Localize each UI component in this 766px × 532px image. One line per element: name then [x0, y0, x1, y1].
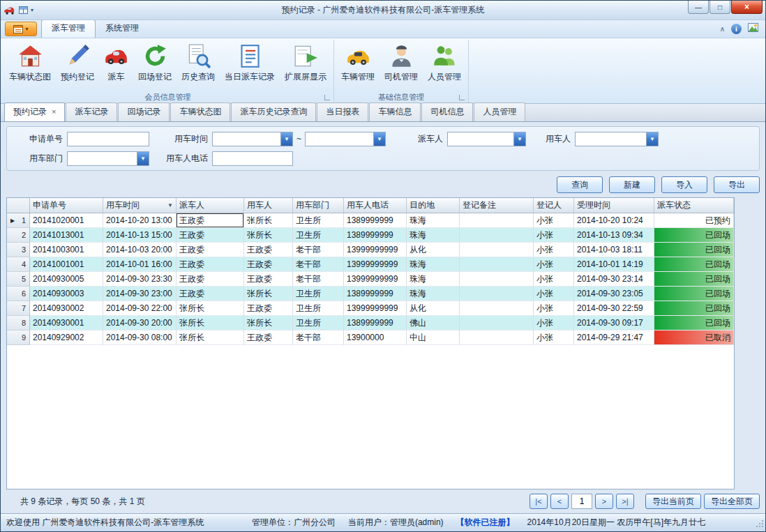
table-row[interactable]: 3201410030012014-10-03 20:00王政委王政委老干部139… — [7, 243, 734, 257]
table-cell[interactable]: 小张 — [534, 243, 574, 257]
table-cell[interactable]: 卫生所 — [293, 316, 344, 330]
ribbon-tab-dispatch[interactable]: 派车管理 — [41, 20, 96, 38]
table-cell[interactable] — [460, 257, 534, 272]
table-cell[interactable]: 张所长 — [244, 213, 293, 228]
table-cell[interactable]: 2014-10-01 16:00 — [103, 257, 177, 272]
table-cell[interactable]: 老干部 — [293, 272, 344, 287]
table-row[interactable]: ▶1201410200012014-10-20 13:00王政委张所长卫生所13… — [7, 213, 734, 228]
table-cell[interactable]: 2014-09-30 23:30 — [103, 272, 177, 287]
collapse-ribbon-icon[interactable]: ∧ — [720, 25, 725, 33]
table-cell[interactable]: 从化 — [407, 301, 460, 316]
table-cell[interactable]: 张所长 — [244, 287, 293, 301]
table-cell[interactable]: 20140930003 — [30, 287, 103, 301]
table-cell[interactable]: 20141001001 — [30, 257, 103, 272]
table-cell[interactable] — [460, 301, 534, 316]
ribbon-button-history-query[interactable]: 历史查询 — [177, 41, 220, 84]
table-cell[interactable] — [460, 330, 534, 345]
info-icon[interactable]: i — [731, 24, 742, 34]
table-row[interactable]: 7201409300022014-09-30 22:00张所长王政委卫生所139… — [7, 301, 734, 316]
table-cell[interactable]: 卫生所 — [293, 228, 344, 243]
page-number-input[interactable] — [571, 494, 592, 509]
table-cell[interactable]: 珠海 — [407, 272, 460, 287]
table-cell[interactable]: 13999999999 — [344, 243, 407, 257]
table-cell[interactable]: 张所长 — [244, 316, 293, 330]
table-cell[interactable]: 20140930002 — [30, 301, 103, 316]
table-cell[interactable]: 13900000 — [344, 330, 407, 345]
tab-personnel-management[interactable]: 人员管理 — [474, 102, 525, 121]
export-all-pages-button[interactable]: 导出全部页 — [704, 494, 760, 509]
table-cell[interactable]: 小张 — [534, 272, 574, 287]
use-time-to-dropdown[interactable]: ▼ — [305, 132, 386, 146]
table-cell[interactable]: 王政委 — [177, 287, 244, 301]
export-button[interactable]: 导出 — [714, 176, 760, 193]
table-cell[interactable]: 2014-10-20 13:00 — [103, 213, 177, 228]
filter-arrow-icon[interactable]: ▼ — [166, 202, 173, 208]
dispatcher-dropdown[interactable]: ▼ — [447, 132, 526, 146]
export-current-page-button[interactable]: 导出当前页 — [645, 494, 701, 509]
dialog-launcher-icon[interactable] — [324, 95, 330, 100]
table-row[interactable]: 5201409300052014-09-30 23:30王政委王政委老干部139… — [7, 272, 734, 287]
column-header[interactable]: 用车人 — [244, 198, 293, 213]
title-bar[interactable]: ▾ 预约记录 - 广州爱奇迪软件科技有限公司-派车管理系统 — □ × — [1, 1, 765, 20]
column-header[interactable]: 用车时间▼ — [103, 198, 177, 213]
status-badge[interactable]: 已预约 — [654, 213, 734, 228]
tab-driver-info[interactable]: 司机信息 — [421, 102, 473, 121]
column-header[interactable]: 目的地 — [407, 198, 460, 213]
column-header[interactable]: 派车人 — [177, 198, 244, 213]
use-time-from-dropdown[interactable]: ▼ — [212, 132, 293, 146]
ribbon-button-vehicle-management[interactable]: 车辆管理 — [336, 41, 380, 84]
table-cell[interactable]: 卫生所 — [293, 287, 344, 301]
table-cell[interactable]: 13999999999 — [344, 272, 407, 287]
column-header[interactable]: 用车人电话 — [344, 198, 407, 213]
tab-vehicle-info[interactable]: 车辆信息 — [369, 102, 421, 121]
table-cell[interactable]: 王政委 — [177, 213, 244, 228]
row-indicator[interactable]: 6 — [7, 287, 30, 301]
table-cell[interactable]: 2014-09-29 21:47 — [574, 330, 654, 345]
new-button[interactable]: 新建 — [609, 176, 655, 193]
dropdown-arrow-icon[interactable]: ▼ — [373, 132, 385, 146]
table-cell[interactable]: 小张 — [534, 330, 574, 345]
table-cell[interactable]: 20140929002 — [30, 330, 103, 345]
query-button[interactable]: 查询 — [557, 176, 603, 193]
column-header[interactable]: 用车部门 — [293, 198, 344, 213]
maximize-button[interactable]: □ — [709, 1, 730, 14]
table-cell[interactable]: 20141013001 — [30, 228, 103, 243]
table-cell[interactable]: 王政委 — [177, 243, 244, 257]
user-phone-input[interactable] — [212, 151, 293, 166]
table-cell[interactable]: 中山 — [407, 330, 460, 345]
table-cell[interactable]: 佛山 — [407, 316, 460, 330]
table-cell[interactable]: 1389999999 — [344, 316, 407, 330]
table-cell[interactable] — [460, 287, 534, 301]
skin-gallery-icon[interactable] — [748, 23, 758, 34]
table-cell[interactable]: 2014-09-30 08:00 — [103, 330, 177, 345]
quick-access-grid-icon[interactable] — [19, 6, 28, 14]
status-badge[interactable]: 已回场 — [654, 243, 734, 257]
minimize-button[interactable]: — — [688, 1, 709, 14]
table-cell[interactable]: 2014-10-03 20:00 — [103, 243, 177, 257]
table-cell[interactable]: 王政委 — [177, 272, 244, 287]
table-row[interactable]: 6201409300032014-09-30 23:00王政委张所长卫生所138… — [7, 287, 734, 301]
dropdown-arrow-icon[interactable]: ▼ — [646, 132, 658, 146]
tab-return-records[interactable]: 回场记录 — [118, 102, 170, 121]
table-cell[interactable]: 2014-09-30 09:17 — [574, 316, 654, 330]
table-cell[interactable]: 王政委 — [177, 257, 244, 272]
table-cell[interactable]: 卫生所 — [293, 213, 344, 228]
table-cell[interactable]: 1389999999 — [344, 213, 407, 228]
tab-vehicle-status-map[interactable]: 车辆状态图 — [170, 102, 230, 121]
table-cell[interactable]: 珠海 — [407, 213, 460, 228]
table-cell[interactable]: 珠海 — [407, 287, 460, 301]
ribbon-button-today-dispatch-records[interactable]: 当日派车记录 — [220, 41, 280, 84]
table-cell[interactable]: 2014-10-03 18:11 — [574, 243, 654, 257]
row-indicator[interactable]: 3 — [7, 243, 30, 257]
table-cell[interactable]: 王政委 — [244, 330, 293, 345]
row-indicator[interactable]: 4 — [7, 257, 30, 272]
status-badge[interactable]: 已回场 — [654, 301, 734, 316]
row-indicator[interactable]: 2 — [7, 228, 30, 243]
table-cell[interactable]: 张所长 — [244, 228, 293, 243]
row-indicator[interactable]: 7 — [7, 301, 30, 316]
table-cell[interactable]: 卫生所 — [293, 301, 344, 316]
table-cell[interactable]: 2014-10-13 09:34 — [574, 228, 654, 243]
table-cell[interactable]: 小张 — [534, 213, 574, 228]
table-cell[interactable]: 2014-09-30 22:59 — [574, 301, 654, 316]
request-no-input[interactable] — [67, 132, 149, 146]
